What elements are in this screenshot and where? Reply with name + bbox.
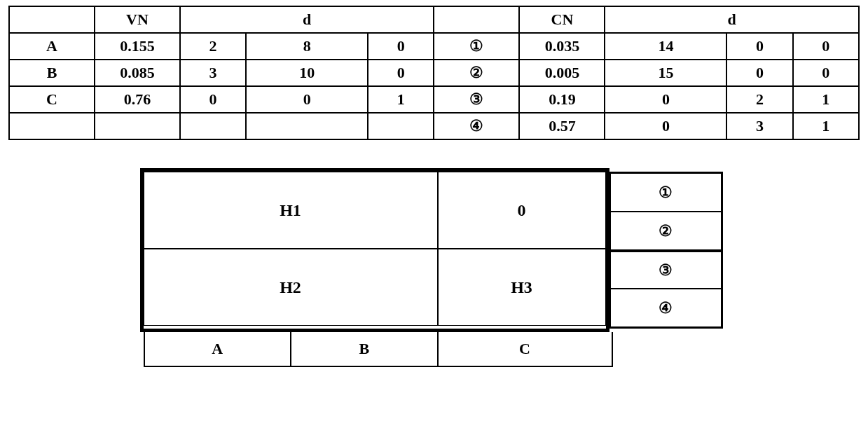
table-row: ④ 0.57 0 3 1 [9,113,859,139]
row-label: ④ [434,113,519,139]
row-label: ③ [434,86,519,113]
d-cell: 0 [246,86,368,113]
row-label: C [9,86,95,113]
bottom-label-a: A [144,332,292,367]
d-cell: 3 [726,113,792,139]
h1-cell: H1 [144,172,438,249]
cn-cell: 0.035 [519,33,605,60]
d-cell: 0 [726,60,792,86]
vn-cell: 0.76 [95,86,180,113]
row-label: ① [434,33,519,60]
block-diagram: H1 0 H2 H3 ① ② ③ ④ A B C [140,168,729,367]
d-cell: 0 [793,60,859,86]
d-cell: 1 [793,86,859,113]
cn-cell: 0.005 [519,60,605,86]
side-labels: ① ② ③ ④ [609,172,723,329]
d-cell: 1 [793,113,859,139]
table-row: A 0.155 2 8 0 ① 0.035 14 0 0 [9,33,859,60]
bottom-label-c: C [439,332,613,367]
d-cell: 0 [368,33,434,60]
side-label-4: ④ [609,289,722,327]
d-cell: 1 [368,86,434,113]
header-blank-mid [434,6,519,33]
d-cell: 0 [726,33,792,60]
header-d-left: d [180,6,434,33]
d-cell: 0 [793,33,859,60]
h3-cell: H3 [438,249,606,326]
vn-cell [95,113,180,139]
d-cell [368,113,434,139]
d-cell: 15 [605,60,726,86]
d-cell: 0 [605,86,726,113]
header-d-right: d [605,6,859,33]
table-row: B 0.085 3 10 0 ② 0.005 15 0 0 [9,60,859,86]
d-cell [246,113,368,139]
header-blank-left [9,6,95,33]
row-label: A [9,33,95,60]
zero-cell: 0 [438,172,606,249]
row-label: B [9,60,95,86]
d-cell: 0 [180,86,246,113]
d-cell: 10 [246,60,368,86]
d-cell: 0 [368,60,434,86]
h2-cell: H2 [144,249,438,326]
d-cell [180,113,246,139]
row-label: ② [434,60,519,86]
side-label-3: ③ [609,250,722,289]
data-table: VN d CN d A 0.155 2 8 0 ① 0.035 14 0 0 B… [8,6,860,140]
side-label-2: ② [609,212,722,250]
cn-cell: 0.19 [519,86,605,113]
d-cell: 2 [726,86,792,113]
side-label-1: ① [609,173,722,212]
vn-cell: 0.085 [95,60,180,86]
bottom-labels: A B C [144,332,613,367]
cn-cell: 0.57 [519,113,605,139]
table-row: C 0.76 0 0 1 ③ 0.19 0 2 1 [9,86,859,113]
d-cell: 8 [246,33,368,60]
h-matrix: H1 0 H2 H3 [140,168,609,332]
vn-cell: 0.155 [95,33,180,60]
d-cell: 3 [180,60,246,86]
header-vn: VN [95,6,180,33]
d-cell: 2 [180,33,246,60]
header-cn: CN [519,6,605,33]
d-cell: 0 [605,113,726,139]
d-cell: 14 [605,33,726,60]
bottom-label-b: B [291,332,439,367]
row-label [9,113,95,139]
